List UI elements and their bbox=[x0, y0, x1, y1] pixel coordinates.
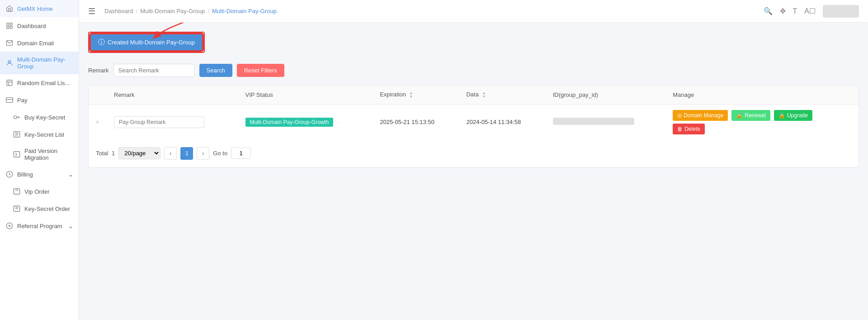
create-button-area: ⓘ Created Multi-Domain Pay-Group bbox=[88, 32, 859, 53]
sort-expiration-icon[interactable]: ▲▼ bbox=[410, 91, 413, 99]
search-button[interactable]: Search bbox=[199, 64, 232, 77]
breadcrumb-sep: / bbox=[208, 8, 209, 14]
sidebar-item-getmx-home[interactable]: GetMX Home bbox=[0, 0, 79, 17]
email-icon bbox=[5, 39, 14, 47]
col-expiration: Expiration ▲▼ bbox=[373, 86, 459, 104]
domain-icon: ◎ bbox=[677, 112, 682, 119]
breadcrumb-sep: / bbox=[136, 8, 138, 14]
col-manage: Manage bbox=[665, 86, 859, 104]
breadcrumb-dashboard[interactable]: Dashboard bbox=[104, 8, 133, 14]
col-remark: Remark bbox=[107, 86, 238, 104]
sidebar-item-label: Billing bbox=[17, 171, 33, 178]
sidebar-item-label: Pay bbox=[17, 97, 27, 104]
svg-point-11 bbox=[14, 116, 17, 119]
sidebar-item-key-order[interactable]: Key-Secret Order bbox=[0, 200, 79, 217]
renewal-button[interactable]: 🔒 Renewal bbox=[731, 110, 770, 121]
hamburger-icon[interactable]: ☰ bbox=[88, 6, 95, 16]
filter-bar: Remark Search Reset Filters bbox=[88, 64, 859, 77]
header-right: 🔍 ✥ T A☐ bbox=[764, 5, 859, 18]
col-vip-status: VIP Status bbox=[238, 86, 373, 104]
vip-status-cell: Multi-Domain Pay-Group-Growth · bbox=[238, 104, 373, 140]
delete-button-row: 🗑 Delete bbox=[673, 124, 851, 134]
page-size-select[interactable]: 20/page 50/page 100/page bbox=[118, 147, 160, 159]
pagination: Total 1 20/page 50/page 100/page ‹ 1 › G… bbox=[89, 140, 859, 167]
col-id: ID(group_pay_id) bbox=[546, 86, 665, 104]
list-icon bbox=[5, 79, 14, 87]
breadcrumb-current: Multi-Domain Pay-Group bbox=[212, 8, 277, 14]
data-table: Remark VIP Status Expiration ▲▼ Data ▲▼ … bbox=[89, 86, 859, 140]
remark-search-input[interactable] bbox=[113, 64, 195, 77]
chevron-down-icon: ⌄ bbox=[68, 223, 73, 229]
sidebar-item-billing[interactable]: Billing ⌄ bbox=[0, 166, 79, 183]
vip-icon bbox=[13, 187, 21, 196]
key-list-icon bbox=[13, 130, 21, 139]
sidebar-item-label: Paid Version Migration bbox=[24, 148, 73, 161]
col-data: Data ▲▼ bbox=[459, 86, 545, 104]
remark-input[interactable] bbox=[114, 116, 204, 128]
user-avatar[interactable] bbox=[823, 5, 859, 18]
expand-icon[interactable]: ✥ bbox=[780, 7, 786, 15]
sidebar-item-domain-email[interactable]: Domain Email bbox=[0, 34, 79, 52]
sidebar-item-label: Domain Email bbox=[17, 40, 54, 47]
id-blur-value bbox=[553, 118, 634, 125]
col-expand bbox=[89, 86, 107, 104]
sidebar-item-label: Random Email Lis... bbox=[17, 80, 70, 86]
sort-data-icon[interactable]: ▲▼ bbox=[482, 91, 486, 99]
total-label: Total 1 bbox=[96, 150, 115, 157]
domain-manage-button[interactable]: ◎ Domain Manage bbox=[673, 110, 728, 121]
plus-circle-icon: ⓘ bbox=[98, 38, 105, 47]
sidebar-item-buy-key[interactable]: Buy Key-Secret bbox=[0, 109, 79, 126]
sidebar-item-vip-order[interactable]: Vip Order bbox=[0, 183, 79, 200]
sidebar-item-key-list[interactable]: Key-Secret List bbox=[0, 126, 79, 143]
home-icon bbox=[5, 5, 14, 13]
search-icon[interactable]: 🔍 bbox=[764, 7, 773, 15]
sidebar-item-label: GetMX Home bbox=[17, 5, 53, 12]
goto-input[interactable] bbox=[231, 148, 251, 159]
svg-rect-0 bbox=[7, 23, 9, 25]
sidebar-item-paid-migration[interactable]: Paid Version Migration bbox=[0, 143, 79, 166]
sidebar-item-multi-domain[interactable]: Multi-Domain Pay-Group bbox=[0, 52, 79, 74]
upgrade-button[interactable]: 🔒 Upgrade bbox=[774, 110, 812, 121]
upgrade-icon: 🔒 bbox=[778, 112, 785, 119]
lock-icon: 🔒 bbox=[736, 112, 743, 119]
next-page-button[interactable]: › bbox=[197, 147, 209, 160]
remark-label: Remark bbox=[88, 67, 109, 74]
page-1-button[interactable]: 1 bbox=[180, 147, 193, 160]
sidebar-item-dashboard[interactable]: Dashboard bbox=[0, 17, 79, 34]
expand-cell: > bbox=[89, 104, 107, 140]
header: ☰ Dashboard / Multi-Domain Pay-Group / M… bbox=[79, 0, 868, 23]
create-multi-domain-button[interactable]: ⓘ Created Multi-Domain Pay-Group bbox=[90, 33, 203, 51]
sidebar-item-label: Key-Secret Order bbox=[24, 205, 70, 212]
sidebar-item-label: Key-Secret List bbox=[24, 131, 64, 138]
prev-page-button[interactable]: ‹ bbox=[164, 147, 177, 160]
accessibility-icon[interactable]: A☐ bbox=[804, 7, 816, 15]
dashboard-icon bbox=[5, 22, 14, 30]
main-content: ☰ Dashboard / Multi-Domain Pay-Group / M… bbox=[79, 0, 868, 320]
migrate-icon bbox=[13, 150, 21, 158]
expiration-cell: 2025-05-21 15:13:50 bbox=[373, 104, 459, 140]
breadcrumb-multi-domain[interactable]: Multi-Domain Pay-Group bbox=[140, 8, 205, 14]
reset-filters-button[interactable]: Reset Filters bbox=[237, 64, 284, 77]
svg-rect-18 bbox=[14, 189, 19, 194]
create-button-wrapper: ⓘ Created Multi-Domain Pay-Group bbox=[88, 32, 205, 53]
manage-cell: ◎ Domain Manage 🔒 Renewal 🔒 Upgrade bbox=[665, 104, 859, 140]
breadcrumb: Dashboard / Multi-Domain Pay-Group / Mul… bbox=[104, 8, 277, 14]
group-icon bbox=[5, 59, 14, 67]
svg-point-5 bbox=[8, 61, 10, 63]
svg-rect-6 bbox=[7, 80, 12, 86]
header-left: ☰ Dashboard / Multi-Domain Pay-Group / M… bbox=[88, 6, 277, 16]
chevron-down-icon: ⌄ bbox=[68, 171, 73, 178]
trash-icon: 🗑 bbox=[677, 126, 683, 132]
sidebar-item-random-email[interactable]: Random Email Lis... bbox=[0, 74, 79, 91]
billing-icon bbox=[5, 170, 14, 178]
sidebar-item-label: Dashboard bbox=[17, 23, 46, 29]
font-icon[interactable]: T bbox=[793, 7, 797, 15]
table-header-row: Remark VIP Status Expiration ▲▼ Data ▲▼ … bbox=[89, 86, 859, 104]
expand-row-icon[interactable]: > bbox=[96, 119, 99, 125]
sidebar-item-pay[interactable]: Pay bbox=[0, 91, 79, 109]
id-cell bbox=[546, 104, 665, 140]
sidebar-item-referral[interactable]: Referral Program ⌄ bbox=[0, 217, 79, 234]
svg-rect-1 bbox=[10, 23, 12, 25]
delete-button[interactable]: 🗑 Delete bbox=[673, 124, 705, 134]
sidebar: GetMX Home Dashboard Domain Email Multi-… bbox=[0, 0, 79, 320]
